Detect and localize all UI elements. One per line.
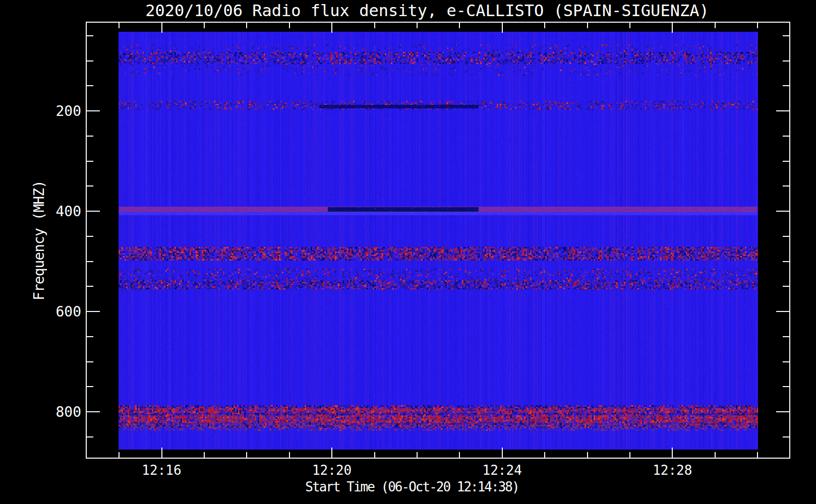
x-axis-tick-minor (757, 23, 758, 28)
x-axis-tick-minor (459, 452, 460, 458)
x-axis-tick-minor (587, 452, 588, 458)
y-axis-tick-minor (87, 386, 93, 387)
x-axis-tick-label: 12:28 (653, 463, 692, 478)
x-axis-tick-minor (417, 452, 418, 458)
y-axis-tick-minor (783, 85, 789, 86)
x-axis-tick-minor (289, 23, 290, 28)
y-axis-tick-minor (87, 286, 93, 287)
x-axis-tick-minor (119, 452, 120, 458)
y-axis-tick-major (87, 311, 100, 312)
y-axis-tick-major (87, 110, 100, 111)
y-axis-tick-minor (783, 361, 789, 362)
plot-frame (86, 22, 790, 459)
x-axis-tick-minor (715, 23, 716, 28)
y-axis-tick-minor (783, 386, 789, 387)
x-axis-tick-minor (246, 452, 247, 458)
y-axis-tick-minor (87, 261, 93, 262)
x-axis-tick-minor (374, 452, 375, 458)
x-axis-tick-label: 12:20 (312, 463, 352, 478)
y-axis-tick-minor (783, 236, 789, 237)
x-axis-tick-minor (289, 452, 290, 458)
x-axis-tick-major (502, 448, 503, 458)
y-axis-tick-minor (87, 336, 93, 337)
y-axis-tick-minor (87, 85, 93, 86)
y-axis-tick-minor (783, 185, 789, 186)
y-axis-tick-minor (783, 136, 789, 137)
y-axis-tick-minor (87, 185, 93, 186)
x-axis-tick-minor (459, 23, 460, 28)
x-axis-tick-minor (374, 23, 375, 28)
y-axis-tick-label: 800 (55, 404, 81, 420)
y-axis-tick-label: 400 (55, 203, 81, 220)
x-axis-tick-major (502, 23, 503, 33)
x-axis-tick-minor (417, 23, 418, 28)
y-axis-tick-major (87, 411, 100, 412)
y-axis-tick-minor (87, 436, 93, 437)
y-axis-tick-minor (783, 60, 789, 61)
y-axis-tick-minor (783, 261, 789, 262)
x-axis-tick-major (672, 23, 673, 33)
x-axis-tick-major (161, 448, 162, 458)
x-axis-tick-minor (629, 452, 630, 458)
page-title: 2020/10/06 Radio flux density, e-CALLIST… (145, 1, 709, 20)
y-axis-tick-major (776, 110, 789, 111)
x-axis-tick-minor (544, 23, 545, 28)
y-axis-tick-minor (87, 161, 93, 162)
x-axis-tick-minor (204, 452, 205, 458)
x-axis-tick-label: 12:24 (483, 463, 522, 478)
y-axis-tick-minor (783, 436, 789, 437)
y-axis-tick-major (776, 311, 789, 312)
y-axis-tick-minor (87, 35, 93, 36)
x-axis-tick-minor (246, 23, 247, 28)
x-axis-tick-minor (544, 452, 545, 458)
x-axis-tick-minor (204, 23, 205, 28)
y-axis-tick-minor (87, 236, 93, 237)
y-axis-tick-minor (87, 361, 93, 362)
y-axis-tick-major (776, 411, 789, 412)
y-axis-title: Frequency (MHZ) (31, 180, 47, 300)
y-axis-tick-major (87, 211, 100, 212)
x-axis-tick-major (331, 23, 332, 33)
x-axis-tick-label: 12:16 (142, 463, 181, 478)
y-axis-tick-minor (783, 336, 789, 337)
y-axis-tick-minor (87, 136, 93, 137)
x-axis-tick-minor (587, 23, 588, 28)
x-axis-tick-major (331, 448, 332, 458)
x-axis-tick-major (672, 448, 673, 458)
y-axis-tick-minor (87, 60, 93, 61)
x-axis-tick-minor (119, 23, 120, 28)
x-axis-tick-minor (629, 23, 630, 28)
y-axis-tick-label: 200 (55, 103, 81, 119)
y-axis-tick-label: 600 (55, 303, 81, 320)
spectrogram-figure: 2020/10/06 Radio flux density, e-CALLIST… (0, 0, 816, 504)
x-axis-tick-major (161, 23, 162, 33)
y-axis-tick-minor (783, 286, 789, 287)
y-axis-tick-major (776, 211, 789, 212)
x-axis-tick-minor (715, 452, 716, 458)
y-axis-tick-minor (783, 161, 789, 162)
y-axis-tick-minor (783, 35, 789, 36)
x-axis-tick-minor (757, 452, 758, 458)
x-axis-title: Start Time (06-Oct-20 12:14:38) (305, 479, 518, 494)
